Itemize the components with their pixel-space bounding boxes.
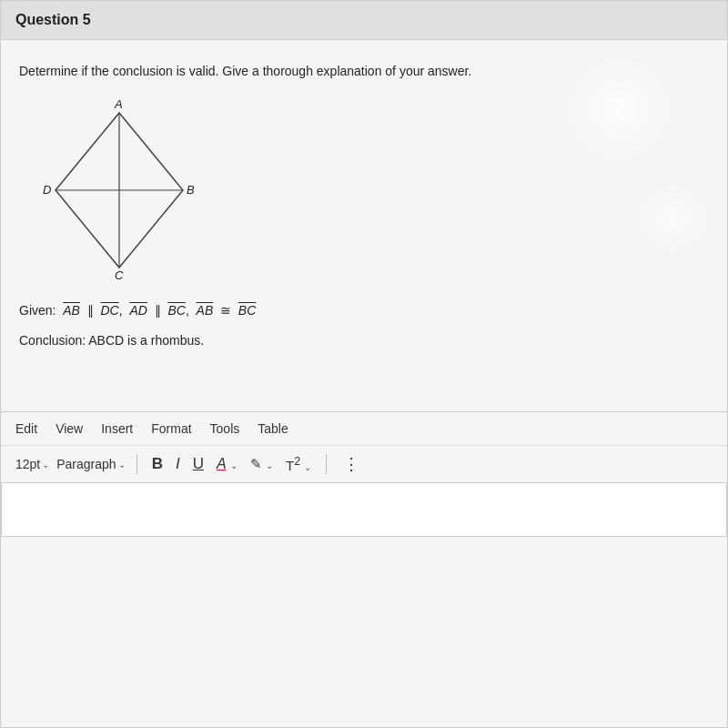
font-color-button[interactable]: A ⌄ — [213, 454, 241, 474]
vertex-a-label: A — [114, 99, 123, 111]
bold-button[interactable]: B — [148, 453, 167, 475]
superscript-label: T2 — [286, 458, 300, 473]
given-text: Given: AB ∥ DC, AD ∥ BC, AB ≅ BC — [19, 299, 709, 322]
geometry-diagram: A B C D — [37, 99, 201, 281]
menu-table[interactable]: Table — [258, 421, 288, 436]
bc-overline: BC — [167, 303, 185, 318]
format-buttons: B I U A ⌄ ✎ ⌄ T2 ⌄ — [148, 453, 316, 475]
underline-button[interactable]: U — [189, 453, 207, 475]
question-header: Question 5 — [1, 1, 727, 40]
question-instructions: Determine if the conclusion is valid. Gi… — [19, 64, 471, 78]
highlight-chevron: ⌄ — [266, 460, 273, 470]
menu-insert[interactable]: Insert — [101, 421, 133, 436]
menu-tools[interactable]: Tools — [210, 421, 240, 436]
italic-button[interactable]: I — [172, 453, 184, 475]
paragraph-selector[interactable]: Paragraph ⌄ — [56, 457, 125, 471]
font-color-label: A — [217, 456, 227, 471]
menu-view[interactable]: View — [56, 421, 83, 436]
ab-overline: AB — [63, 303, 80, 318]
answer-input-area[interactable] — [1, 482, 727, 537]
paragraph-value: Paragraph — [56, 457, 116, 471]
menu-edit[interactable]: Edit — [15, 421, 37, 436]
more-options-button[interactable]: ⋮ — [343, 454, 359, 474]
bc2-overline: BC — [238, 303, 256, 318]
ab2-overline: AB — [197, 303, 214, 318]
menu-format[interactable]: Format — [151, 421, 191, 436]
conclusion-statement: ABCD is a rhombus. — [88, 333, 204, 348]
superscript-button[interactable]: T2 ⌄ — [282, 453, 315, 475]
toolbar-menu-row: Edit View Insert Format Tools Table — [1, 411, 727, 445]
vertex-d-label: D — [43, 183, 51, 197]
question-body: Determine if the conclusion is valid. Gi… — [1, 40, 727, 393]
toolbar-format-row: 12pt ⌄ Paragraph ⌄ B I U A ⌄ ✎ ⌄ — [1, 445, 727, 482]
font-size-chevron: ⌄ — [42, 460, 49, 470]
font-color-chevron: ⌄ — [230, 460, 238, 470]
conclusion-label: Conclusion: — [19, 333, 86, 348]
dc-overline: DC — [101, 303, 119, 318]
toolbar-divider-1 — [136, 454, 137, 474]
conclusion-text: Conclusion: ABCD is a rhombus. — [19, 333, 709, 348]
vertex-b-label: B — [187, 183, 195, 197]
font-size-selector[interactable]: 12pt ⌄ — [15, 457, 49, 471]
superscript-chevron: ⌄ — [304, 462, 311, 472]
given-expression: AB ∥ DC, AD ∥ BC, AB ≅ BC — [59, 303, 256, 318]
font-size-value: 12pt — [15, 457, 40, 471]
question-title: Question 5 — [15, 12, 91, 27]
question-card: Question 5 Determine if the conclusion i… — [0, 0, 728, 728]
highlight-button[interactable]: ✎ ⌄ — [247, 454, 277, 474]
highlight-label: ✎ — [250, 456, 262, 471]
vertex-c-label: C — [115, 268, 124, 281]
paragraph-chevron: ⌄ — [118, 460, 126, 470]
question-text: Determine if the conclusion is valid. Gi… — [19, 62, 709, 81]
page-container: Question 5 Determine if the conclusion i… — [0, 0, 728, 728]
ad-overline: AD — [129, 303, 147, 318]
toolbar-divider-2 — [326, 454, 327, 474]
given-label: Given: — [19, 303, 56, 318]
rhombus-svg: A B C D — [37, 99, 201, 281]
